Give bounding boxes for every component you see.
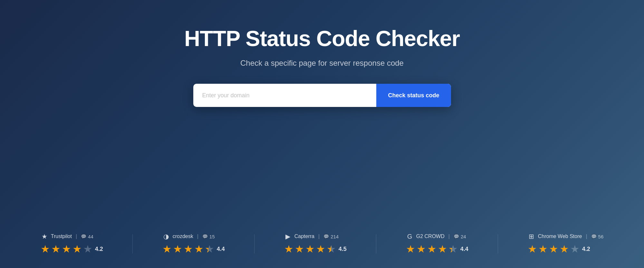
- star-5: ★: [83, 243, 92, 255]
- rating-score: 4.4: [460, 246, 468, 253]
- star-3: ★: [427, 243, 437, 255]
- rating-score: 4.2: [582, 246, 590, 253]
- vertical-divider: [254, 234, 255, 254]
- comment-icon: 💬: [323, 234, 329, 239]
- star-4: ★: [438, 243, 447, 255]
- stars-row: ★★★★★★4.4: [406, 243, 468, 255]
- capterra-icon: ▶: [284, 233, 292, 240]
- star-2: ★: [295, 243, 304, 255]
- comment-icon: 💬: [202, 234, 208, 239]
- platform-name: G2 CROWD: [416, 234, 445, 239]
- vertical-divider: [132, 234, 133, 254]
- rating-score: 4.4: [217, 246, 225, 253]
- g2-crowd-icon: G: [406, 233, 414, 240]
- star-4: ★: [316, 243, 325, 255]
- comment-icon: 💬: [81, 234, 86, 239]
- star-1: ★: [41, 243, 50, 255]
- review-number: 15: [209, 234, 215, 239]
- divider: |: [448, 234, 450, 239]
- rating-header: ⊞Chrome Web Store|💬56: [528, 233, 604, 240]
- rating-item-capterra: ▶Capterra|💬214★★★★★★4.5: [284, 233, 347, 255]
- review-count: 💬214: [323, 234, 339, 239]
- rating-score: 4.5: [339, 246, 347, 253]
- star-1: ★: [284, 243, 293, 255]
- rating-item-crozdesk: ◑crozdesk|💬15★★★★★★4.4: [162, 233, 225, 255]
- stars-row: ★★★★★4.2: [41, 243, 103, 255]
- star-3: ★: [549, 243, 558, 255]
- domain-input[interactable]: [193, 84, 377, 107]
- rating-header: ◑crozdesk|💬15: [162, 233, 225, 240]
- rating-header: GG2 CROWD|💬24: [406, 233, 468, 240]
- star-2: ★: [51, 243, 61, 255]
- trustpilot-icon: ★: [41, 233, 48, 240]
- search-form: Check status code: [193, 84, 451, 107]
- star-2: ★: [417, 243, 426, 255]
- star-3: ★: [62, 243, 71, 255]
- divider: |: [318, 234, 320, 239]
- review-number: 24: [461, 234, 466, 239]
- rating-header: ▶Capterra|💬214: [284, 233, 347, 240]
- rating-item-g2-crowd: GG2 CROWD|💬24★★★★★★4.4: [406, 233, 468, 255]
- star-5: ★★: [205, 243, 214, 255]
- page-title: HTTP Status Code Checker: [184, 26, 460, 51]
- star-1: ★: [162, 243, 172, 255]
- star-5: ★★: [327, 243, 336, 255]
- vertical-divider: [498, 234, 498, 254]
- star-1: ★: [406, 243, 415, 255]
- star-5: ★★: [448, 243, 458, 255]
- vertical-divider: [376, 234, 376, 254]
- divider: |: [197, 234, 198, 239]
- divider: |: [76, 234, 77, 239]
- star-3: ★: [184, 243, 193, 255]
- star-4: ★: [194, 243, 204, 255]
- star-2: ★: [538, 243, 548, 255]
- star-4: ★: [560, 243, 569, 255]
- star-1: ★: [528, 243, 537, 255]
- platform-name: Trustpilot: [51, 234, 72, 239]
- stars-row: ★★★★★★4.4: [162, 243, 225, 255]
- review-number: 44: [88, 234, 93, 239]
- rating-item-trustpilot: ★Trustpilot|💬44★★★★★4.2: [41, 233, 103, 255]
- star-4: ★: [72, 243, 82, 255]
- star-5: ★: [570, 243, 580, 255]
- chrome-web-store-icon: ⊞: [528, 233, 535, 240]
- comment-icon: 💬: [454, 234, 459, 239]
- stars-row: ★★★★★4.2: [528, 243, 604, 255]
- check-status-button[interactable]: Check status code: [376, 84, 451, 107]
- review-count: 💬24: [454, 234, 466, 239]
- review-count: 💬56: [591, 234, 604, 239]
- platform-name: crozdesk: [173, 234, 193, 239]
- rating-score: 4.2: [95, 246, 103, 253]
- divider: |: [586, 234, 587, 239]
- review-number: 214: [331, 234, 339, 239]
- star-2: ★: [173, 243, 182, 255]
- rating-header: ★Trustpilot|💬44: [41, 233, 103, 240]
- star-3: ★: [305, 243, 315, 255]
- page-subtitle: Check a specific page for server respons…: [240, 59, 404, 68]
- comment-icon: 💬: [591, 234, 597, 239]
- ratings-bar: ★Trustpilot|💬44★★★★★4.2◑crozdesk|💬15★★★★…: [0, 233, 644, 255]
- stars-row: ★★★★★★4.5: [284, 243, 347, 255]
- platform-name: Capterra: [294, 234, 314, 239]
- review-number: 56: [598, 234, 604, 239]
- rating-item-chrome-web-store: ⊞Chrome Web Store|💬56★★★★★4.2: [528, 233, 604, 255]
- review-count: 💬44: [81, 234, 93, 239]
- hero-section: HTTP Status Code Checker Check a specifi…: [0, 26, 644, 107]
- crozdesk-icon: ◑: [162, 233, 170, 240]
- review-count: 💬15: [202, 234, 215, 239]
- platform-name: Chrome Web Store: [538, 234, 582, 239]
